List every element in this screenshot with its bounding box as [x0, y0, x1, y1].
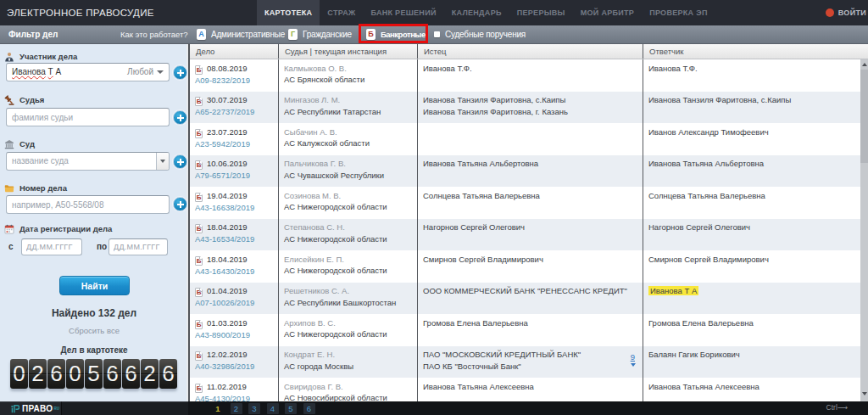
table-row[interactable]: Б30.07.2019А65-22737/2019Мингазов Л. М.А…: [190, 92, 860, 124]
login-button[interactable]: ВОЙТИ: [826, 0, 866, 25]
case-number-link[interactable]: А65-22737/2019: [195, 107, 254, 116]
judge-gavel-icon: [4, 95, 14, 105]
page-button[interactable]: 6: [303, 403, 315, 414]
case-number-link[interactable]: А09-8232/2019: [195, 76, 250, 85]
category-tab[interactable]: ГГражданские: [288, 25, 352, 43]
judge-name: Калмыкова О. В.: [284, 63, 414, 75]
judge-name: Созинова М. В.: [284, 190, 414, 202]
top-tab[interactable]: ПЕРЕРЫВЫ: [509, 0, 573, 25]
app-title: ЭЛЕКТРОННОЕ ПРАВОСУДИЕ: [7, 0, 154, 25]
case-number-input[interactable]: [6, 195, 170, 214]
case-number-link[interactable]: А43-16638/2019: [195, 203, 254, 212]
court-select-arrow[interactable]: [156, 153, 169, 170]
participant-input[interactable]: Иванова Т А Любой: [6, 63, 170, 81]
add-participant-button[interactable]: [173, 65, 187, 80]
participant-label: Участник дела: [19, 52, 77, 61]
plaintiff-name: Иванова Т.Ф.: [423, 63, 639, 75]
page-button[interactable]: 3: [248, 403, 260, 414]
top-tab[interactable]: БАНК РЕШЕНИЙ: [363, 0, 443, 25]
login-label: ВОЙТИ: [838, 8, 866, 17]
case-number-link[interactable]: А07-10026/2019: [195, 298, 254, 307]
table-row[interactable]: Б12.02.2019А40-32986/2019Кондрат Е. Н.АС…: [190, 346, 860, 379]
counter-digit: 0: [66, 359, 84, 389]
add-court-button[interactable]: [173, 154, 187, 169]
defendant-name: Балаян Гагик Борикович: [648, 349, 857, 361]
column-header: Истец: [418, 44, 643, 59]
bankruptcy-badge-icon: Б: [195, 256, 203, 266]
case-number-link[interactable]: А43-16430/2019: [195, 266, 254, 276]
category-tab[interactable]: ББанкротные: [366, 25, 426, 43]
vertical-scrollbar[interactable]: [860, 59, 868, 401]
case-number-link[interactable]: А23-5942/2019: [195, 139, 250, 149]
counter-digit: 5: [85, 359, 103, 389]
page-button[interactable]: 4: [267, 403, 279, 414]
category-label: Судебные поручения: [445, 30, 526, 39]
table-row[interactable]: Б10.06.2019А79-6571/2019Пальчикова Г. В.…: [190, 155, 860, 188]
table-row[interactable]: Б08.08.2019А09-8232/2019Калмыкова О. В.А…: [190, 59, 860, 92]
cell-defendant: Нагорнов Сергей Олегович: [643, 219, 860, 251]
top-tab[interactable]: КАРТОТЕКА: [257, 0, 320, 25]
scroll-down-icon[interactable]: [860, 390, 868, 398]
case-number-link[interactable]: А43-8900/2019: [195, 330, 250, 339]
cell-case: Б01.04.2019А07-10026/2019: [190, 283, 279, 315]
counter-digit: 6: [159, 359, 177, 389]
table-row[interactable]: Б18.04.2019А43-16430/2019Елисейкин Е. П.…: [190, 250, 860, 283]
cell-judge: Степанова С. Н.АС Нижегородской области: [279, 219, 418, 251]
bankruptcy-badge-icon: Б: [195, 288, 203, 297]
case-date: 23.07.2019: [207, 127, 248, 137]
judge-label: Судья: [19, 95, 44, 104]
top-tab[interactable]: СТРАЖ: [320, 0, 363, 25]
more-plaintiffs-link[interactable]: 9: [631, 351, 635, 363]
case-number-link[interactable]: А45-4130/2019: [195, 394, 250, 402]
date-from-input[interactable]: [21, 238, 82, 255]
add-judge-button[interactable]: [173, 110, 187, 125]
cell-plaintiff: Иванова Татьяна Алексеевна: [418, 378, 643, 401]
case-number-link[interactable]: А79-6571/2019: [195, 171, 250, 180]
table-row[interactable]: Б11.02.2019А45-4130/2019Свиридова Г. В.А…: [190, 378, 860, 401]
add-case-number-button[interactable]: [173, 197, 187, 211]
cell-judge: Сыбачин А. В.АС Калужской области: [279, 123, 418, 155]
judge-name: Мингазов Л. М.: [284, 94, 414, 106]
top-tab[interactable]: ПРОВЕРКА ЭП: [642, 0, 715, 25]
case-number-link[interactable]: А40-32986/2019: [195, 362, 254, 371]
court-select[interactable]: название суда: [6, 152, 170, 171]
cell-plaintiff: Громова Елена Валерьевна: [418, 314, 643, 346]
category-tab[interactable]: Судебные поручения: [434, 25, 526, 43]
participant-role-dropdown[interactable]: Любой: [127, 64, 164, 81]
page-button[interactable]: 1: [212, 403, 224, 414]
calendar-icon: [4, 224, 14, 234]
court-name: АС Нижегородской области: [284, 265, 414, 277]
case-date: 11.02.2019: [207, 382, 247, 391]
table-row[interactable]: Б01.04.2019А07-10026/2019Решетников С. А…: [190, 283, 860, 315]
counter-digit: 0: [10, 359, 28, 389]
table-row[interactable]: Б01.03.2019А43-8900/2019Архипов В. С.АС …: [190, 314, 860, 346]
cell-judge: Елисейкин Е. П.АС Нижегородской области: [279, 250, 418, 283]
scrollbar-thumb[interactable]: [860, 70, 868, 163]
top-tab[interactable]: МОЙ АРБИТР: [573, 0, 642, 25]
cell-judge: Созинова М. В.АС Нижегородской области: [279, 187, 418, 219]
category-tab[interactable]: ААдминистративные: [197, 25, 285, 43]
date-to-label: по: [97, 238, 107, 255]
case-number-link[interactable]: А43-16534/2019: [195, 234, 254, 244]
cell-defendant: Балаян Гагик Борикович: [643, 346, 860, 379]
judge-input[interactable]: [6, 108, 170, 126]
case-category-tabs: ААдминистративныеГГражданскиеББанкротные…: [0, 25, 868, 43]
cell-case: Б19.04.2019А43-16638/2019: [190, 187, 279, 219]
table-row[interactable]: Б18.04.2019А43-16534/2019Степанова С. Н.…: [190, 219, 860, 251]
table-row[interactable]: Б23.07.2019А23-5942/2019Сыбачин А. В.АС …: [190, 123, 860, 155]
page-button[interactable]: 2: [231, 403, 242, 414]
search-button[interactable]: Найти: [59, 276, 130, 295]
counter-digit: 6: [103, 359, 121, 389]
chevron-down-icon: [157, 70, 164, 74]
scroll-up-icon[interactable]: [860, 61, 868, 69]
cell-plaintiff: Иванова Т.Ф.: [418, 59, 643, 92]
date-to-input[interactable]: [108, 238, 168, 255]
case-date: 12.02.2019: [207, 350, 248, 359]
table-row[interactable]: Б19.04.2019А43-16638/2019Созинова М. В.А…: [190, 187, 860, 219]
cell-judge: Решетников С. А.АС Республики Башкортост…: [279, 283, 418, 315]
top-tab[interactable]: КАЛЕНДАРЬ: [444, 0, 509, 25]
page-button[interactable]: 5: [285, 403, 297, 414]
reset-all-link[interactable]: Сбросить все: [0, 326, 188, 335]
footer-logo[interactable]: ПРАВО RU: [0, 401, 62, 415]
cell-plaintiff: Иванова Татьяна Альбертовна: [418, 155, 643, 188]
